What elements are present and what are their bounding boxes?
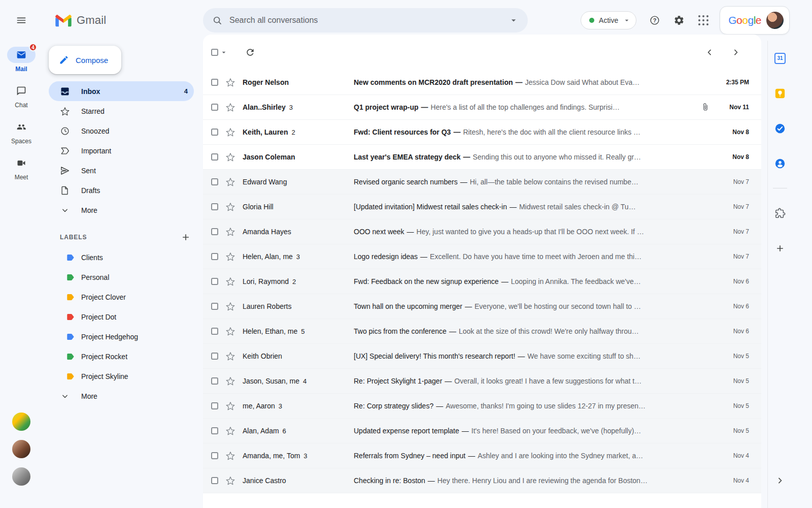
email-checkbox[interactable]: [211, 228, 218, 235]
sidebar-labels-more[interactable]: More: [49, 386, 194, 406]
sidebar-label-project-clover[interactable]: Project Clover: [49, 287, 194, 307]
email-row[interactable]: Alan, Adam6 Updated expense report templ…: [203, 419, 761, 443]
star-icon[interactable]: [225, 102, 235, 112]
email-row[interactable]: Helen, Alan, me3 Logo redesign ideas—Exc…: [203, 244, 761, 269]
email-checkbox[interactable]: [211, 278, 218, 285]
star-icon[interactable]: [225, 202, 235, 212]
thread-count: 3: [303, 452, 307, 460]
star-icon[interactable]: [225, 301, 235, 311]
email-checkbox[interactable]: [211, 79, 218, 86]
calendar-panel-button[interactable]: 31: [768, 41, 792, 76]
email-row[interactable]: Jason, Susan, me4 Re: Project Skylight 1…: [203, 369, 761, 394]
email-row[interactable]: Keith Obrien [UX] Special delivery! This…: [203, 344, 761, 369]
email-checkbox[interactable]: [211, 402, 218, 409]
email-row[interactable]: Janice Castro Checking in re: Boston—Hey…: [203, 468, 761, 493]
star-icon[interactable]: [225, 401, 235, 411]
email-checkbox[interactable]: [211, 104, 218, 111]
account-card[interactable]: Google: [720, 6, 790, 35]
star-icon[interactable]: [225, 227, 235, 237]
email-row[interactable]: Keith, Lauren2 Fwd: Client resources for…: [203, 120, 761, 145]
email-date: Nov 7: [716, 178, 749, 185]
sidebar-label-project-skyline[interactable]: Project Skyline: [49, 366, 194, 386]
star-icon[interactable]: [225, 152, 235, 162]
star-icon[interactable]: [225, 451, 235, 461]
rail-item-meet[interactable]: Meet: [3, 155, 40, 181]
google-apps-button[interactable]: [691, 8, 716, 33]
refresh-button[interactable]: [240, 42, 260, 62]
search-options-caret[interactable]: [503, 10, 524, 30]
star-icon[interactable]: [225, 77, 235, 87]
email-checkbox[interactable]: [211, 303, 218, 310]
compose-button[interactable]: Compose: [49, 46, 121, 74]
email-checkbox[interactable]: [211, 477, 218, 484]
star-icon[interactable]: [225, 177, 235, 187]
older-page-button[interactable]: [726, 42, 746, 62]
email-row[interactable]: Jason Coleman Last year's EMEA strategy …: [203, 145, 761, 170]
star-icon[interactable]: [225, 475, 235, 486]
user-avatar[interactable]: [766, 12, 784, 29]
email-checkbox[interactable]: [211, 377, 218, 385]
main-menu-button[interactable]: [9, 0, 33, 41]
keep-panel-button[interactable]: [768, 76, 792, 111]
star-icon[interactable]: [225, 376, 235, 386]
sidebar-label-personal[interactable]: Personal: [49, 267, 194, 287]
email-row[interactable]: Edward Wang Revised organic search numbe…: [203, 170, 761, 195]
contact-avatar[interactable]: [12, 440, 30, 458]
email-row[interactable]: Roger Nelson New comments on MCR2020 dra…: [203, 70, 761, 95]
rail-item-chat[interactable]: Chat: [3, 83, 40, 109]
select-options-caret[interactable]: [220, 48, 228, 56]
get-addons-button[interactable]: [768, 196, 792, 231]
sidebar-label-clients[interactable]: Clients: [49, 247, 194, 267]
email-checkbox[interactable]: [211, 129, 218, 136]
sidebar-item-starred[interactable]: Starred: [49, 101, 194, 121]
email-checkbox[interactable]: [211, 328, 218, 335]
star-icon[interactable]: [225, 276, 235, 287]
email-checkbox[interactable]: [211, 353, 218, 360]
sidebar-item-more[interactable]: More: [49, 200, 194, 220]
email-row[interactable]: Alan..Shirley3 Q1 project wrap-up—Here's…: [203, 95, 761, 120]
email-row[interactable]: Lauren Roberts Town hall on the upcoming…: [203, 294, 761, 319]
sidebar-item-important[interactable]: Important: [49, 141, 194, 161]
star-icon[interactable]: [225, 326, 235, 336]
sidebar-label-project-dot[interactable]: Project Dot: [49, 307, 194, 327]
help-button[interactable]: ?: [642, 8, 667, 33]
select-all-checkbox[interactable]: [211, 49, 218, 56]
sidebar-label-project-rocket[interactable]: Project Rocket: [49, 346, 194, 366]
tasks-panel-button[interactable]: [768, 111, 792, 146]
add-panel-button[interactable]: [768, 231, 792, 266]
email-checkbox[interactable]: [211, 427, 218, 434]
email-subject-snippet: Logo redesign ideas—Excellent. Do have y…: [354, 252, 713, 261]
star-icon[interactable]: [225, 426, 235, 436]
email-row[interactable]: Amanda Hayes OOO next week—Hey, just wan…: [203, 219, 761, 244]
rail-item-spaces[interactable]: Spaces: [3, 119, 40, 145]
sidebar-item-inbox[interactable]: Inbox 4: [49, 81, 194, 101]
newer-page-button[interactable]: [699, 42, 720, 62]
email-checkbox[interactable]: [211, 153, 218, 161]
email-checkbox[interactable]: [211, 452, 218, 459]
star-icon[interactable]: [225, 127, 235, 137]
expand-panel-button[interactable]: [773, 473, 787, 488]
email-checkbox[interactable]: [211, 203, 218, 210]
sidebar-item-snoozed[interactable]: Snoozed: [49, 121, 194, 141]
presence-status-button[interactable]: Active: [581, 11, 636, 29]
sidebar-label-project-hedgehog[interactable]: Project Hedgehog: [49, 327, 194, 346]
email-checkbox[interactable]: [211, 253, 218, 260]
email-row[interactable]: Gloria Hill [Updated invitation] Midwest…: [203, 195, 761, 219]
rail-item-mail[interactable]: 4 Mail: [3, 47, 40, 73]
contact-avatar[interactable]: [12, 467, 30, 486]
sidebar-item-drafts[interactable]: Drafts: [49, 180, 194, 200]
email-row[interactable]: Helen, Ethan, me5 Two pics from the conf…: [203, 319, 761, 344]
contact-avatar[interactable]: [12, 412, 30, 431]
search-input[interactable]: [229, 16, 503, 25]
email-checkbox[interactable]: [211, 178, 218, 185]
email-row[interactable]: Lori, Raymond2 Fwd: Feedback on the new …: [203, 269, 761, 294]
star-icon[interactable]: [225, 251, 235, 262]
sidebar-item-sent[interactable]: Sent: [49, 161, 194, 180]
star-icon[interactable]: [225, 351, 235, 361]
contacts-panel-button[interactable]: [768, 146, 792, 181]
settings-button[interactable]: [667, 8, 691, 33]
email-row[interactable]: Amanda, me, Tom3 Referrals from Sydney –…: [203, 443, 761, 468]
email-row[interactable]: me, Aaron3 Re: Corp strategy slides?—Awe…: [203, 394, 761, 419]
add-label-button[interactable]: [178, 229, 194, 245]
label-name: Personal: [81, 273, 109, 281]
